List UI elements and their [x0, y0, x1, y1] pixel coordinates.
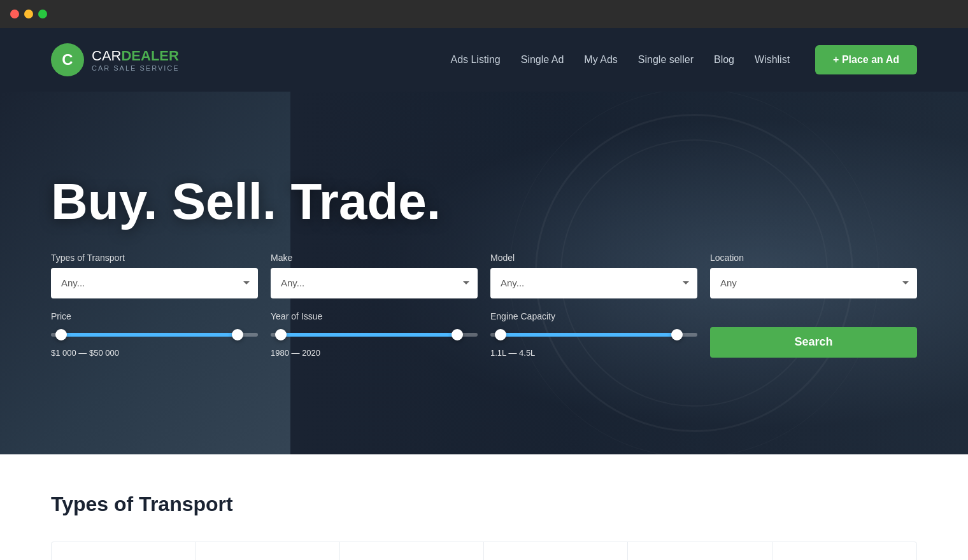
nav-single-ad[interactable]: Single Ad: [521, 54, 564, 66]
search-group: Search: [710, 327, 917, 358]
transport-moto[interactable]: Mototechnics: [484, 542, 628, 560]
nav-wishlist[interactable]: Wishlist: [755, 54, 790, 66]
engine-thumb-min[interactable]: [495, 329, 506, 340]
location-select[interactable]: Any New York Los Angeles: [710, 268, 917, 298]
transport-select[interactable]: Any... Cars Trucks and Buses Water Trans…: [51, 268, 258, 298]
form-row-1: Types of Transport Any... Cars Trucks an…: [51, 253, 917, 298]
model-select[interactable]: Any... Camry 3 Series: [490, 268, 697, 298]
search-button[interactable]: Search: [710, 327, 917, 358]
year-range-value: 1980 — 2020: [271, 348, 478, 358]
transport-machinery[interactable]: Machinery: [628, 542, 772, 560]
transport-grid: Water Transport Trucks and Buses: [51, 542, 917, 560]
engine-group: Engine Capacity 1.1L — 4.5L: [490, 311, 697, 358]
types-title: Types of Transport: [51, 493, 917, 516]
transport-group: Types of Transport Any... Cars Trucks an…: [51, 253, 258, 298]
transport-trucks[interactable]: Trucks and Buses: [196, 542, 339, 560]
engine-label: Engine Capacity: [490, 311, 697, 321]
nav-my-ads[interactable]: My Ads: [584, 54, 617, 66]
model-label: Model: [490, 253, 697, 263]
logo-text: CARDEALER CAR SALE SERVICE: [92, 48, 180, 72]
logo-dealer: DEALER: [121, 48, 178, 64]
year-thumb-min[interactable]: [275, 329, 287, 340]
price-range-value: $1 000 — $50 000: [51, 348, 258, 358]
price-track: [51, 333, 258, 337]
price-thumb-min[interactable]: [55, 329, 67, 340]
logo-car: CAR: [92, 48, 121, 64]
hero-content: Buy. Sell. Trade. Types of Transport Any…: [0, 176, 968, 370]
maximize-dot[interactable]: [38, 10, 47, 18]
logo-icon: C: [51, 43, 84, 76]
year-track: [271, 333, 478, 337]
hero-title: Buy. Sell. Trade.: [51, 176, 917, 227]
engine-fill: [501, 333, 676, 337]
types-section: Types of Transport Water Transport: [0, 454, 968, 560]
place-ad-button[interactable]: + Place an Ad: [815, 45, 917, 74]
window-chrome: [0, 0, 968, 28]
transport-cars[interactable]: Cars: [772, 542, 916, 560]
transport-water[interactable]: Water Transport: [52, 542, 196, 560]
price-group: Price $1 000 — $50 000: [51, 311, 258, 358]
minimize-dot[interactable]: [24, 10, 33, 18]
year-fill: [281, 333, 457, 337]
engine-thumb-max[interactable]: [671, 329, 683, 340]
nav-ads-listing[interactable]: Ads Listing: [450, 54, 500, 66]
close-dot[interactable]: [10, 10, 19, 18]
price-fill: [61, 333, 237, 337]
hero-section: Buy. Sell. Trade. Types of Transport Any…: [0, 92, 968, 454]
nav-links: Ads Listing Single Ad My Ads Single sell…: [450, 54, 790, 66]
price-thumb-max[interactable]: [232, 329, 243, 340]
year-group: Year of Issue 1980 — 2020: [271, 311, 478, 358]
location-label: Location: [710, 253, 917, 263]
form-row-2: Price $1 000 — $50 000 Year of Issue: [51, 311, 917, 358]
navbar: C CARDEALER CAR SALE SERVICE Ads Listing…: [0, 28, 968, 92]
nav-blog[interactable]: Blog: [714, 54, 734, 66]
search-form: Types of Transport Any... Cars Trucks an…: [51, 253, 917, 358]
transport-special[interactable]: Special Machinery: [340, 542, 484, 560]
make-select[interactable]: Any... Toyota BMW: [271, 268, 478, 298]
engine-track: [490, 333, 697, 337]
year-thumb-max[interactable]: [452, 329, 463, 340]
location-group: Location Any New York Los Angeles: [710, 253, 917, 298]
year-label: Year of Issue: [271, 311, 478, 321]
nav-single-seller[interactable]: Single seller: [638, 54, 694, 66]
make-group: Make Any... Toyota BMW: [271, 253, 478, 298]
transport-label: Types of Transport: [51, 253, 258, 263]
logo[interactable]: C CARDEALER CAR SALE SERVICE: [51, 43, 180, 76]
model-group: Model Any... Camry 3 Series: [490, 253, 697, 298]
engine-range-value: 1.1L — 4.5L: [490, 348, 697, 358]
make-label: Make: [271, 253, 478, 263]
logo-sub: CAR SALE SERVICE: [92, 64, 180, 72]
price-label: Price: [51, 311, 258, 321]
